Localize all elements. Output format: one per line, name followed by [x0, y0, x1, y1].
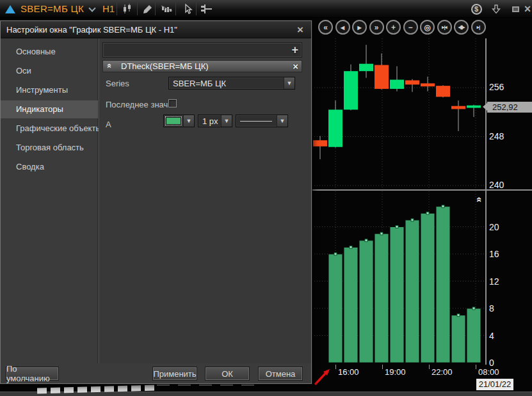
download-arrow-icon — [492, 4, 501, 14]
zoom-out-button-icon: − — [408, 23, 412, 32]
sidebar-item-osi[interactable]: Оси — [1, 62, 98, 80]
red-arrow-annotation[interactable] — [311, 365, 337, 390]
line-width-value: 1 px — [202, 116, 218, 126]
step-back-button[interactable]: ◂ — [335, 20, 350, 35]
sidebar-item-torgovaya-oblast[interactable]: Торговая область — [1, 139, 98, 157]
minimize-to-tray-button[interactable] — [489, 2, 503, 16]
chevron-down-icon[interactable]: ▼ — [277, 115, 287, 127]
last-value-checkbox[interactable] — [168, 99, 177, 107]
candle — [328, 100, 343, 148]
dialog-sidebar: Основные Оси Инструменты Индикаторы Граф… — [1, 38, 98, 363]
line-color-select[interactable]: ▼ — [163, 115, 195, 127]
dialog-title[interactable]: Настройки окна "График SBER=МБ ЦК - H1" — [1, 21, 311, 38]
candle — [436, 85, 450, 97]
price-axis-label: 240 — [489, 180, 504, 190]
candle — [421, 77, 435, 91]
window-titlebar: SBER=МБ ЦК H1 — [0, 0, 532, 18]
step-forward-button[interactable]: ▸ — [352, 20, 367, 35]
candlestick-style-button[interactable] — [119, 2, 136, 16]
coin-icon: $ — [471, 4, 482, 15]
cancel-button[interactable]: Отмена — [258, 367, 303, 381]
expand-horizontal-button[interactable]: ◂▮▸ — [454, 20, 469, 35]
date-label: 21/01/22 — [476, 379, 513, 390]
fast-forward-button[interactable]: » — [369, 20, 384, 35]
indicator-title: DTheck(SBER=МБ ЦК) — [121, 61, 209, 71]
fast-rewind-button[interactable]: « — [318, 20, 333, 35]
symbol-title: SBER=МБ ЦК — [20, 3, 84, 14]
volume-axis-label: 12 — [489, 276, 499, 287]
price-axis-label: 248 — [489, 131, 504, 141]
candlestick-icon — [122, 3, 133, 15]
indicator-header[interactable]: » DTheck(SBER=МБ ЦК) × — [102, 60, 302, 72]
volume-axis-label: 16 — [489, 249, 499, 259]
draw-button[interactable] — [140, 2, 156, 16]
sidebar-item-instrumenty[interactable]: Инструменты — [1, 81, 98, 99]
levels-button[interactable] — [198, 2, 215, 16]
candle — [344, 65, 358, 111]
line-a-label: A — [106, 120, 111, 129]
chevron-down-icon[interactable]: ▼ — [284, 77, 294, 89]
close-icon: × — [297, 24, 303, 36]
sidebar-item-svodka[interactable]: Сводка — [1, 158, 98, 176]
time-axis-tick — [382, 365, 383, 369]
sidebar-item-graficheskie-obekty[interactable]: Графические объекты — [1, 120, 98, 138]
last-price-tag: 252,92 — [487, 102, 532, 113]
volume-bar — [405, 219, 419, 363]
zoom-in-button[interactable]: + — [386, 20, 401, 35]
line-style-select[interactable]: ▼ — [236, 115, 288, 127]
price-axis-line[interactable] — [485, 38, 487, 365]
remove-indicator-button[interactable]: × — [293, 61, 298, 72]
time-axis-label: 22:00 — [431, 367, 453, 377]
histogram-icon — [161, 3, 173, 15]
step-forward-button-icon: ▸ — [357, 23, 361, 32]
ok-button[interactable]: ОК — [205, 367, 250, 381]
last-value-label: Последнее знач. — [106, 100, 170, 109]
close-icon: × — [293, 61, 298, 72]
symbol-chevron-down-icon[interactable] — [88, 4, 95, 12]
chevron-down-icon[interactable]: ▼ — [183, 115, 194, 127]
go-to-end-button[interactable]: ▸| — [471, 20, 486, 35]
dialog-close-button[interactable]: × — [293, 21, 307, 38]
zoom-region-button[interactable]: ◎ — [420, 20, 435, 35]
series-select[interactable]: SBER=МБ ЦК ▼ — [168, 77, 295, 90]
app-logo-icon — [5, 5, 15, 13]
volume-bar — [451, 314, 465, 363]
cursor-mode-button[interactable] — [179, 2, 196, 16]
price-chart-plot[interactable] — [312, 38, 486, 189]
add-indicator-button[interactable]: + — [291, 44, 298, 57]
volume-axis-label: 20 — [489, 222, 499, 232]
toolbar-separator — [175, 3, 176, 15]
time-axis-tick — [429, 365, 430, 369]
zoom-out-button[interactable]: − — [403, 20, 418, 35]
series-value: SBER=МБ ЦК — [173, 79, 226, 88]
collapse-volume-panel-chevron-icon[interactable]: » — [472, 199, 483, 202]
indicator-settings-panel: + » DTheck(SBER=МБ ЦК) × Series SBER=МБ … — [99, 38, 311, 363]
price-axis-label: 256 — [489, 82, 504, 92]
fast-rewind-button-icon: « — [323, 23, 328, 32]
line-color-swatch — [166, 117, 181, 125]
app-window: SBER=МБ ЦК H1 — [0, 0, 532, 396]
volume-bar — [390, 226, 404, 363]
line-width-select[interactable]: 1 px ▼ — [198, 115, 232, 127]
volume-chart-plot[interactable] — [312, 191, 486, 363]
defaults-button[interactable]: По умолчанию — [6, 367, 59, 381]
timeframe-label[interactable]: H1 — [102, 3, 115, 14]
volume-bar — [359, 239, 373, 363]
sidebar-item-osnovnye[interactable]: Основные — [1, 43, 98, 61]
account-money-button[interactable]: $ — [469, 2, 483, 16]
zoom-in-button-icon: + — [391, 23, 396, 32]
sidebar-item-indikatory[interactable]: Индикаторы — [1, 100, 98, 118]
close-window-button[interactable]: × — [520, 2, 532, 16]
expand-horizontal-button-icon: ◂▮▸ — [458, 24, 464, 30]
levels-icon — [200, 3, 214, 15]
volume-bar — [328, 253, 343, 363]
apply-button[interactable]: Применить — [152, 367, 197, 381]
compress-horizontal-button[interactable]: ▸|◂ — [437, 20, 452, 35]
candle — [313, 136, 327, 159]
collapse-indicator-chevron-icon[interactable]: » — [103, 65, 114, 68]
chevron-down-icon[interactable]: ▼ — [221, 115, 232, 127]
volume-bar — [467, 307, 481, 363]
chart-type-button[interactable] — [159, 2, 175, 16]
candle — [405, 79, 419, 92]
volume-axis-label: 0 — [489, 358, 494, 368]
